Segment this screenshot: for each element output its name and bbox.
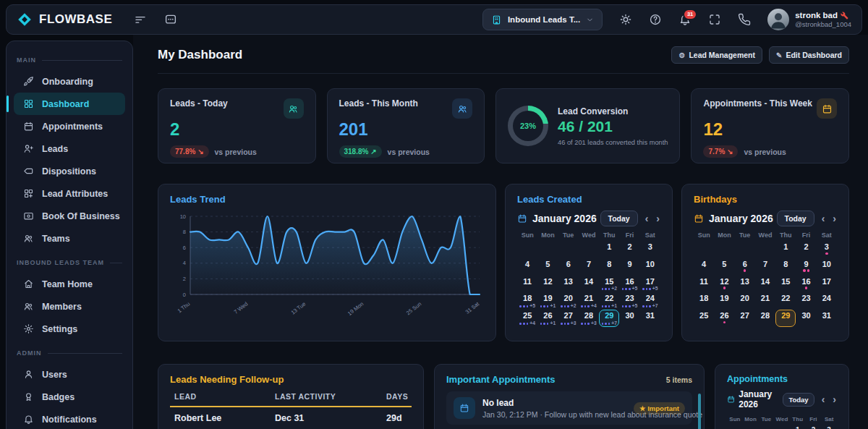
calendar-day-10[interactable]: 10 (817, 258, 837, 276)
calendar-day-23[interactable]: 23 (796, 292, 816, 310)
calendar-day-3[interactable]: 3 (640, 241, 660, 258)
lead-management-button[interactable]: ⚙Lead Management (671, 46, 762, 64)
calendar-day-11[interactable]: 11 (694, 276, 714, 293)
calendar-day-13[interactable]: 13 (735, 276, 755, 293)
calendar-day-21[interactable]: 21 (755, 292, 775, 310)
next-month-icon[interactable]: › (655, 213, 660, 224)
sidebar-item-lead-attributes[interactable]: Lead Attributes (14, 182, 125, 205)
calendar-day-21[interactable]: 21+4 (579, 292, 599, 310)
calendar-day-26[interactable]: 26+1 (537, 310, 558, 327)
calendar-day-12[interactable]: 12 (714, 276, 734, 293)
sidebar-item-team-home[interactable]: Team Home (14, 273, 125, 295)
calendar-day-24[interactable]: 24 (817, 292, 837, 310)
prev-month-icon[interactable]: ‹ (821, 394, 826, 404)
calendar-day-8[interactable]: 8 (599, 258, 619, 276)
calendar-day-29[interactable]: 29 (775, 310, 796, 327)
calendar-day-16[interactable]: 16+5 (619, 276, 639, 293)
calendar-day-14[interactable]: 14 (579, 276, 599, 293)
sidebar-item-leads[interactable]: Leads (14, 137, 125, 160)
next-month-icon[interactable]: › (832, 394, 837, 404)
calendar-day-25[interactable]: 25+4 (517, 310, 537, 327)
calendar-day-2[interactable]: 2 (796, 241, 816, 258)
team-selector[interactable]: Inbound Leads T... (482, 9, 603, 30)
calendar-day-31[interactable]: 31 (817, 310, 837, 327)
sun-icon[interactable] (619, 13, 632, 26)
calendar-day-29[interactable]: 29+7 (599, 310, 619, 327)
notifications-bell-icon[interactable]: 31 (678, 13, 692, 26)
calendar-day-9[interactable]: 9 (619, 258, 639, 276)
sidebar-item-appointments[interactable]: Appointments (14, 115, 125, 137)
edit-dashboard-button[interactable]: ✎Edit Dashboard (769, 46, 849, 64)
calendar-day-18[interactable]: 18 (694, 292, 714, 310)
calendar-day-1[interactable]: 1 (775, 241, 796, 258)
table-row[interactable]: Robert LeeDec 3129d (170, 407, 412, 429)
sidebar-item-members[interactable]: Members (14, 295, 125, 318)
calendar-day-23[interactable]: 23+5 (619, 292, 639, 310)
calendar-day-28[interactable]: 28 (755, 310, 775, 327)
calendar-day-7[interactable]: 7 (579, 258, 599, 276)
calendar-day-18[interactable]: 18+5 (517, 292, 537, 310)
fullscreen-icon[interactable] (708, 13, 721, 26)
calendar-day-30[interactable]: 30 (796, 310, 816, 327)
calendar-day-6[interactable]: 6 (735, 258, 755, 276)
calendar-day-2[interactable]: 2 (619, 241, 639, 258)
calendar-day-16[interactable]: 16 (796, 276, 816, 293)
sidebar-item-badges[interactable]: Badges (14, 386, 125, 408)
today-button[interactable]: Today (777, 211, 814, 226)
calendar-day-5[interactable]: 5 (714, 258, 734, 276)
today-button[interactable]: Today (600, 211, 638, 226)
calendar-day-25[interactable]: 25 (694, 310, 714, 327)
calendar-day-27[interactable]: 27+3 (558, 310, 579, 327)
sidebar-item-teams[interactable]: Teams (14, 227, 125, 250)
calendar-day-19[interactable]: 19+1 (537, 292, 558, 310)
calendar-day-28[interactable]: 28+3 (579, 310, 599, 327)
appointment-item[interactable]: No leadJan 30, 2:12 PM · Follow up with … (446, 391, 692, 425)
help-icon[interactable] (649, 13, 662, 26)
sidebar-item-users[interactable]: Users (14, 363, 125, 386)
calendar-day-3[interactable]: 3 (817, 241, 837, 258)
next-month-icon[interactable]: › (832, 213, 837, 224)
filter-icon[interactable] (134, 13, 147, 26)
calendar-day-10[interactable]: 10 (640, 258, 660, 276)
calendar-day-15[interactable]: 15+2 (599, 276, 619, 293)
calendar-day-7[interactable]: 7 (755, 258, 775, 276)
calendar-day-22[interactable]: 22 (775, 292, 796, 310)
calendar-day-4[interactable]: 4 (694, 258, 714, 276)
calendar-day-17[interactable]: 17+5 (640, 276, 660, 293)
calendar-day-31[interactable]: 31 (640, 310, 660, 327)
calendar-day-24[interactable]: 24+7 (640, 292, 660, 310)
calendar-day-17[interactable]: 17 (817, 276, 837, 293)
calendar-day-8[interactable]: 8 (775, 258, 796, 276)
today-button[interactable]: Today (783, 393, 814, 407)
calendar-day-4[interactable]: 4 (517, 258, 537, 276)
calendar-day-5[interactable]: 5 (537, 258, 558, 276)
sidebar-item-onboarding[interactable]: Onboarding (14, 70, 125, 93)
sidebar-item-dashboard[interactable]: Dashboard (14, 93, 125, 115)
prev-month-icon[interactable]: ‹ (644, 213, 650, 224)
prev-month-icon[interactable]: ‹ (821, 213, 826, 224)
calendar-day-27[interactable]: 27 (735, 310, 755, 327)
calendar-day-3[interactable]: 3 (821, 425, 837, 429)
calendar-day-30[interactable]: 30 (619, 310, 639, 327)
sidebar-item-notifications[interactable]: Notifications (14, 408, 125, 429)
calendar-day-11[interactable]: 11 (517, 276, 537, 293)
calendar-day-13[interactable]: 13 (558, 276, 579, 293)
sidebar-item-settings[interactable]: Settings (14, 318, 125, 340)
calendar-day-2[interactable]: 2 (806, 425, 822, 429)
phone-icon[interactable] (738, 13, 751, 26)
calendar-day-22[interactable]: 22+1 (599, 292, 619, 310)
calendar-day-20[interactable]: 20+2 (558, 292, 579, 310)
chat-icon[interactable] (164, 13, 177, 26)
calendar-day-6[interactable]: 6 (558, 258, 579, 276)
user-menu[interactable]: stronk bad @stronkbad_1004 (767, 9, 851, 30)
calendar-day-9[interactable]: 9 (796, 258, 816, 276)
calendar-day-20[interactable]: 20 (735, 292, 755, 310)
calendar-day-15[interactable]: 15 (775, 276, 796, 293)
sidebar-item-dispositions[interactable]: Dispositions (14, 160, 125, 182)
sidebar-item-book-of-business[interactable]: Book Of Business (14, 205, 125, 227)
calendar-day-1[interactable]: 1 (790, 425, 806, 429)
calendar-day-14[interactable]: 14 (755, 276, 775, 293)
calendar-day-1[interactable]: 1 (599, 241, 619, 258)
scrollbar[interactable] (698, 394, 701, 429)
calendar-day-26[interactable]: 26 (714, 310, 734, 327)
